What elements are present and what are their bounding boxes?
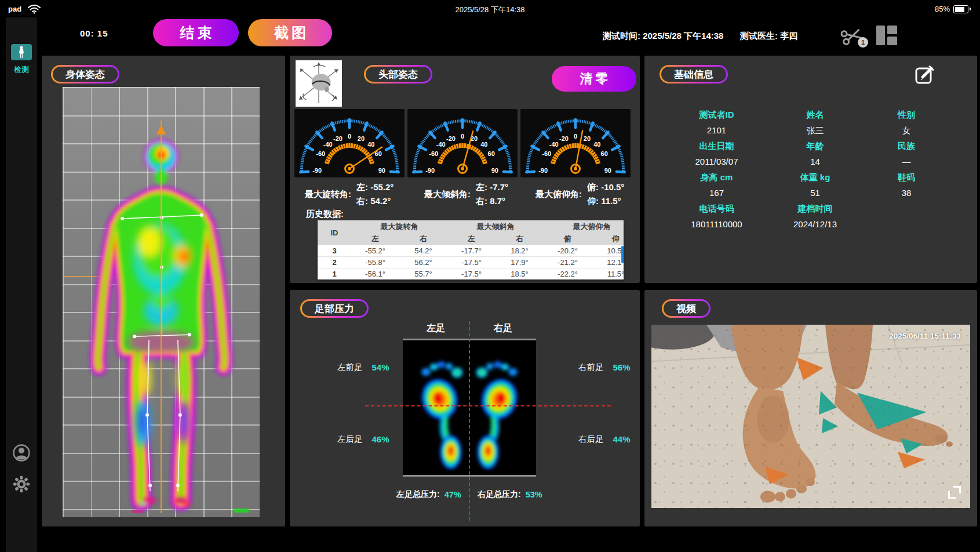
svg-text:-60: -60 bbox=[316, 150, 325, 157]
body-posture-panel: 身体姿态 bbox=[42, 56, 285, 526]
max-rotation-label: 最大旋转角: bbox=[305, 189, 351, 200]
doctor-label: 测试医生: bbox=[740, 31, 778, 41]
left-foot-total: 左足总压力: 47% bbox=[396, 489, 461, 500]
svg-text:90: 90 bbox=[491, 167, 498, 174]
table-row: 3 -55.2° 54.2° -17.7° 18.2° -20.2° 10.5° bbox=[318, 245, 624, 257]
right-foot-label: 右足 bbox=[486, 322, 520, 335]
crosshair-vertical bbox=[469, 321, 470, 521]
settings-button[interactable] bbox=[13, 475, 30, 495]
table-scrollbar[interactable] bbox=[621, 246, 624, 263]
field-label: 鞋码 bbox=[866, 169, 947, 185]
left-forefoot-stat: 左前足 54% bbox=[337, 362, 389, 373]
foot-pressure-panel: 足部压力 左足 右足 bbox=[290, 290, 640, 526]
field-value: 2024/12/13 bbox=[764, 216, 866, 232]
max-tilt-left: -7.7° bbox=[490, 182, 508, 192]
fullscreen-icon[interactable] bbox=[948, 486, 961, 499]
session-timer: 00: 15 bbox=[80, 28, 108, 38]
field-label: 民族 bbox=[866, 138, 947, 154]
history-table[interactable]: ID 最大旋转角 最大倾斜角 最大俯仰角 左 右 左 右 俯 仰 3 -55.2… bbox=[318, 220, 624, 279]
svg-text:-40: -40 bbox=[549, 141, 559, 148]
left-rearfoot-stat: 左后足 46% bbox=[337, 434, 389, 445]
video-frame[interactable]: 2025/06/11 15:11:33 bbox=[651, 325, 970, 508]
battery-icon bbox=[953, 5, 968, 13]
col-group-pitch: 最大俯仰角 bbox=[544, 220, 624, 233]
field-label: 身高 cm bbox=[669, 169, 764, 185]
max-rotation-left: -55.2° bbox=[370, 182, 394, 192]
video-timestamp: 2025/06/11 15:11:33 bbox=[889, 332, 961, 340]
svg-text:-60: -60 bbox=[542, 150, 551, 157]
max-tilt-label: 最大倾斜角: bbox=[424, 189, 471, 200]
edit-button[interactable] bbox=[915, 64, 935, 87]
max-rotation-stat: 最大旋转角: 左: -55.2° 右: 54.2° bbox=[305, 182, 394, 207]
svg-text:-40: -40 bbox=[323, 141, 333, 148]
field-value: 18011110000 bbox=[669, 216, 764, 232]
basic-info-panel: 基础信息 测试者ID 姓名 性别 2101 张三 女 出生日期 年龄 民族 20… bbox=[644, 56, 977, 283]
test-doctor: 测试医生: 李四 bbox=[740, 31, 797, 42]
max-rotation-right: 54.2° bbox=[370, 196, 391, 206]
svg-text:90: 90 bbox=[604, 167, 611, 174]
max-pitch-up: 11.5° bbox=[601, 196, 621, 206]
col-group-tilt: 最大倾斜角 bbox=[447, 220, 544, 233]
left-foot-label: 左足 bbox=[418, 322, 453, 335]
field-value: 2101 bbox=[669, 122, 764, 138]
svg-text:60: 60 bbox=[601, 150, 608, 157]
tilt-gauge: -90-60-40-20020406090 bbox=[407, 109, 518, 177]
reset-button[interactable]: 清零 bbox=[552, 66, 636, 92]
field-label: 年龄 bbox=[764, 138, 866, 154]
basic-info-title: 基础信息 bbox=[660, 65, 728, 83]
person-icon bbox=[17, 46, 26, 59]
video-title: 视频 bbox=[662, 299, 711, 318]
field-value: — bbox=[866, 154, 947, 169]
field-label: 性别 bbox=[866, 107, 947, 122]
end-button[interactable]: 结束 bbox=[153, 19, 239, 46]
field-label: 建档时间 bbox=[764, 201, 866, 216]
svg-text:0: 0 bbox=[348, 133, 351, 140]
svg-text:40: 40 bbox=[480, 141, 487, 148]
history-data-label: 历史数据: bbox=[306, 209, 344, 220]
head-posture-title: 头部姿态 bbox=[364, 65, 432, 83]
status-datetime: 2025/5/28 下午14:38 bbox=[0, 5, 980, 15]
svg-text:-60: -60 bbox=[429, 150, 438, 157]
profile-button[interactable] bbox=[12, 444, 31, 464]
status-bar: pad 2025/5/28 下午14:38 85% bbox=[0, 0, 980, 17]
gear-icon bbox=[13, 475, 30, 493]
svg-text:90: 90 bbox=[378, 167, 385, 174]
field-value: 女 bbox=[866, 122, 947, 138]
field-label: 体重 kg bbox=[764, 169, 866, 185]
battery-percent: 85% bbox=[935, 5, 950, 13]
app-root: pad 2025/5/28 下午14:38 85% 检测 bbox=[0, 0, 980, 552]
crosshair-horizontal bbox=[365, 405, 611, 406]
field-value: 14 bbox=[764, 154, 866, 169]
svg-text:-20: -20 bbox=[446, 135, 456, 142]
max-tilt-right: 8.7° bbox=[490, 196, 505, 206]
snip-button[interactable]: 1 bbox=[840, 24, 866, 49]
body-thermal-figure bbox=[63, 87, 260, 517]
field-value: 167 bbox=[669, 185, 764, 201]
right-forefoot-stat: 右前足 56% bbox=[578, 362, 631, 373]
svg-text:-20: -20 bbox=[333, 135, 343, 142]
svg-text:-90: -90 bbox=[425, 167, 435, 174]
edit-icon bbox=[915, 64, 935, 85]
layout-grid-icon bbox=[876, 26, 897, 45]
sidebar-item-detect[interactable] bbox=[11, 44, 32, 60]
screenshot-button[interactable]: 截图 bbox=[248, 19, 332, 46]
foot-pressure-title: 足部压力 bbox=[300, 299, 369, 318]
layout-button[interactable] bbox=[876, 26, 897, 48]
body-posture-title: 身体姿态 bbox=[51, 65, 119, 83]
test-time: 测试时间: 2025/5/28 下午14:38 bbox=[603, 31, 723, 42]
table-row: 2 -55.8° 56.2° -17.5° 17.9° -21.2° 12.1° bbox=[318, 257, 624, 268]
svg-text:40: 40 bbox=[367, 141, 374, 148]
field-value: 51 bbox=[764, 185, 866, 201]
max-pitch-down: -10.5° bbox=[601, 182, 624, 192]
body-thermal-scan bbox=[63, 87, 260, 517]
svg-text:60: 60 bbox=[488, 150, 495, 157]
floor-texture bbox=[651, 325, 970, 508]
plumb-marker bbox=[156, 125, 166, 135]
field-label: 电话号码 bbox=[669, 201, 764, 216]
test-time-value: 2025/5/28 下午14:38 bbox=[643, 31, 723, 41]
pitch-gauge: -90-60-40-20020406090 bbox=[520, 109, 631, 177]
svg-text:20: 20 bbox=[584, 135, 591, 142]
svg-text:-40: -40 bbox=[436, 141, 446, 148]
field-label: 出生日期 bbox=[669, 138, 764, 154]
user-avatar-icon bbox=[12, 444, 31, 462]
